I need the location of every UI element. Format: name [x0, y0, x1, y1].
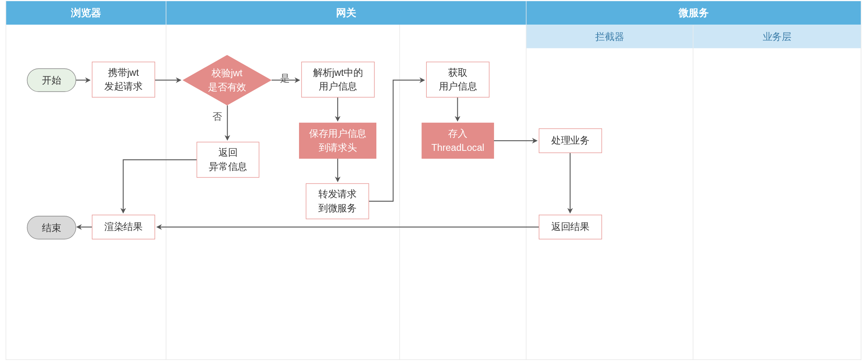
- save-header-line2: 到请求头: [319, 141, 357, 155]
- save-header-line1: 保存用户信息: [309, 126, 366, 140]
- lane-divider: [861, 1, 861, 360]
- parse-jwt-line1: 解析jwt中的: [313, 65, 363, 79]
- forward-line1: 转发请求: [318, 187, 357, 201]
- forward-node: 转发请求 到微服务: [306, 183, 369, 219]
- get-user-node: 获取 用户信息: [426, 62, 490, 98]
- handle-biz-label: 处理业务: [551, 134, 590, 148]
- lane-header-browser: 浏览器: [6, 1, 166, 25]
- return-result-label: 返回结果: [551, 220, 590, 234]
- sub-header-interceptor: 拦截器: [526, 25, 693, 48]
- lane-header-microservice: 微服务: [526, 1, 861, 25]
- store-threadlocal-node: 存入 ThreadLocal: [422, 123, 494, 159]
- sub-header-business: 业务层: [694, 25, 861, 48]
- get-user-line2: 用户信息: [439, 79, 477, 94]
- lane-divider: [693, 1, 693, 360]
- render-result-node: 渲染结果: [92, 215, 155, 239]
- lane-header-gateway: 网关: [166, 1, 526, 25]
- store-tl-line2: ThreadLocal: [431, 141, 484, 155]
- carry-jwt-line2: 发起请求: [104, 79, 143, 94]
- store-tl-line1: 存入: [448, 126, 467, 140]
- return-error-line1: 返回: [218, 146, 237, 160]
- lane-bottom-border: [6, 359, 862, 360]
- lane-divider: [166, 1, 166, 360]
- flowchart-canvas: 浏览器 网关 微服务 拦截器 业务层 开始 携带jwt 发起请求 校验jwt 是…: [0, 0, 867, 361]
- validate-jwt-node: 校验jwt 是否有效: [183, 55, 272, 105]
- lane-divider: [6, 1, 6, 360]
- return-result-node: 返回结果: [539, 215, 602, 239]
- start-node: 开始: [27, 69, 76, 92]
- carry-jwt-node: 携带jwt 发起请求: [92, 62, 155, 98]
- return-error-line2: 异常信息: [209, 160, 247, 174]
- arrows-layer: [0, 0, 867, 361]
- handle-business-node: 处理业务: [539, 128, 602, 153]
- save-header-node: 保存用户信息 到请求头: [299, 123, 376, 159]
- edge-label-yes: 是: [280, 72, 290, 85]
- render-result-label: 渲染结果: [104, 220, 143, 234]
- return-error-node: 返回 异常信息: [197, 142, 260, 178]
- start-label: 开始: [42, 74, 61, 87]
- end-node: 结束: [27, 216, 76, 239]
- forward-line2: 到微服务: [318, 201, 357, 215]
- lane-divider: [399, 1, 400, 360]
- get-user-line1: 获取: [448, 65, 467, 79]
- parse-jwt-line2: 用户信息: [319, 79, 357, 94]
- lane-divider: [526, 1, 526, 360]
- end-label: 结束: [42, 221, 61, 234]
- validate-jwt-line1: 校验jwt: [208, 66, 246, 80]
- carry-jwt-line1: 携带jwt: [108, 65, 139, 79]
- validate-jwt-line2: 是否有效: [208, 80, 246, 94]
- parse-jwt-node: 解析jwt中的 用户信息: [301, 62, 375, 98]
- edge-label-no: 否: [212, 111, 222, 123]
